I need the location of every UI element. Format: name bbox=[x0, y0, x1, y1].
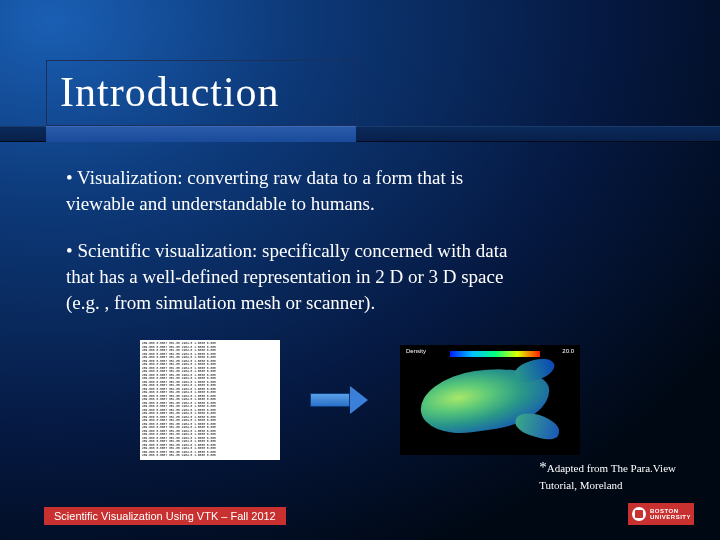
slide-title: Introduction bbox=[60, 68, 660, 116]
bullet-2: • Scientific visualization: specifically… bbox=[66, 238, 536, 315]
visualization-figure: Density 20.0 bbox=[400, 345, 580, 455]
citation: *Adapted from The Para.View Tutorial, Mo… bbox=[539, 458, 676, 492]
figure-row: 209.863 0.0007 351.00 1984.0 1.0000 0.00… bbox=[140, 340, 640, 460]
viz-label-left: Density bbox=[406, 348, 426, 354]
citation-line1: Adapted from The Para.View bbox=[547, 462, 676, 474]
bullet-1: • Visualization: converting raw data to … bbox=[66, 165, 536, 216]
footer-bar: Scientific Visualization Using VTK – Fal… bbox=[44, 507, 286, 525]
title-accent-bar bbox=[46, 126, 356, 142]
content-area: • Visualization: converting raw data to … bbox=[66, 165, 536, 337]
slide-title-block: Introduction bbox=[60, 68, 660, 116]
boston-university-logo: BOSTON UNIVERSITY bbox=[628, 503, 694, 525]
logo-line2: UNIVERSITY bbox=[650, 514, 694, 520]
arrow-icon bbox=[310, 385, 370, 415]
raw-data-figure: 209.863 0.0007 351.00 1984.0 1.0000 0.00… bbox=[140, 340, 280, 460]
viz-label-right: 20.0 bbox=[562, 348, 574, 354]
colorbar bbox=[450, 351, 540, 357]
citation-line2: Tutorial, Moreland bbox=[539, 479, 622, 491]
citation-star: * bbox=[539, 459, 547, 475]
